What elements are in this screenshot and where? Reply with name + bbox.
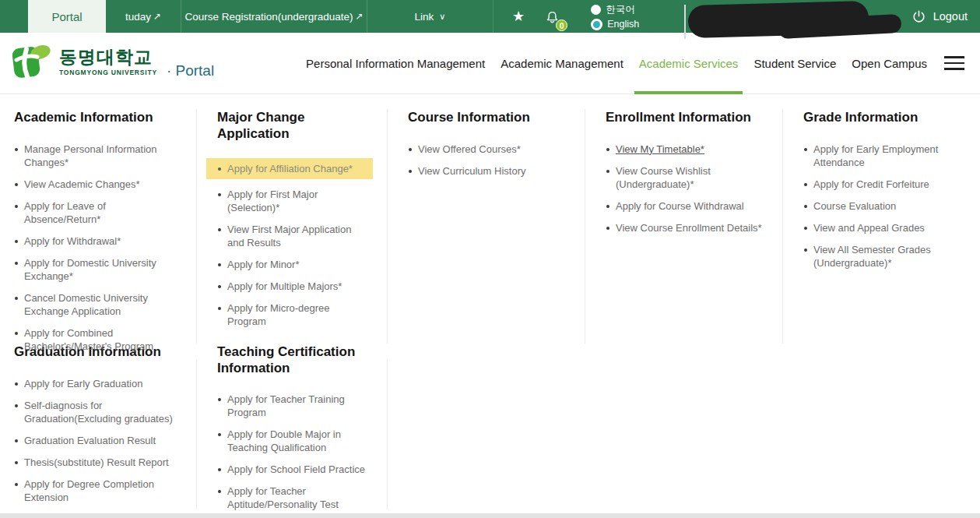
menu-section: Course InformationView Offered Courses*V… bbox=[387, 110, 585, 361]
menu-item[interactable]: View My Timetable* bbox=[606, 143, 765, 156]
radio-selected-icon bbox=[591, 19, 602, 30]
menu-item[interactable]: Cancel Domestic University Exchange Appl… bbox=[14, 291, 179, 318]
notifications-bell-icon[interactable]: 0 bbox=[545, 0, 560, 33]
menu-item[interactable]: Apply for Credit Forfeiture bbox=[803, 178, 963, 191]
menu-item-label: Apply for Early Graduation bbox=[24, 378, 142, 389]
menu-item[interactable]: Apply for Affiliation Change* bbox=[206, 158, 373, 179]
menu-item[interactable]: Thesis(substitute) Result Report bbox=[14, 456, 179, 469]
menu-item[interactable]: Apply for Early Employment Attendance bbox=[803, 143, 963, 169]
menu-item-label: Self-diagnosis for Graduation(Excluding … bbox=[24, 400, 173, 425]
menu-item[interactable]: Apply for Withdrawal* bbox=[14, 234, 179, 248]
menu-item[interactable]: Apply for Teacher Aptitude/Personality T… bbox=[217, 485, 370, 511]
menu-section: Enrollment InformationView My Timetable*… bbox=[585, 110, 782, 361]
language-switcher: 한국어 English bbox=[591, 0, 639, 33]
link-dropdown[interactable]: Link∨ bbox=[367, 0, 494, 33]
language-option-english[interactable]: English bbox=[591, 19, 639, 30]
page-bottom-strip bbox=[0, 513, 980, 518]
main-nav: Personal Information Management Academic… bbox=[298, 33, 980, 93]
menu-item-list: Manage Personal Information Changes*View… bbox=[14, 143, 179, 353]
menu-item[interactable]: Self-diagnosis for Graduation(Excluding … bbox=[14, 399, 179, 425]
menu-item-label: View Curriculum History bbox=[418, 165, 525, 177]
favorites-star-icon[interactable]: ★ bbox=[512, 0, 525, 33]
menu-item-label: Apply for Minor* bbox=[227, 259, 299, 270]
column-divider bbox=[387, 360, 388, 509]
menu-item[interactable]: Apply for Micro-degree Program bbox=[217, 301, 370, 328]
menu-item[interactable]: Apply for Degree Completion Extension bbox=[14, 477, 179, 504]
menu-item[interactable]: Graduation Evaluation Result bbox=[14, 434, 179, 447]
menu-section-heading: Academic Information bbox=[14, 110, 179, 126]
tuday-link[interactable]: tuday↗ bbox=[106, 0, 181, 33]
menu-section: Academic InformationManage Personal Info… bbox=[0, 110, 196, 361]
menu-item-label: Apply for Double Major in Teaching Quali… bbox=[227, 428, 341, 453]
menu-item[interactable]: View Course Enrollment Details* bbox=[606, 221, 765, 234]
menu-item-list: View My Timetable*View Course Wishlist (… bbox=[606, 143, 765, 234]
menu-item-label: Apply for Combined Bachelor's/Master's P… bbox=[24, 327, 153, 352]
menu-item-label: Apply for Multiple Majors* bbox=[227, 280, 342, 292]
column-divider bbox=[387, 109, 388, 344]
menu-item[interactable]: View First Major Application and Results bbox=[217, 223, 370, 249]
nav-open-campus[interactable]: Open Campus bbox=[844, 33, 935, 93]
course-registration-label: Course Registration(undergraduate) bbox=[184, 11, 353, 23]
menu-section-heading: Grade Information bbox=[803, 110, 963, 126]
menu-section: Major Change ApplicationApply for Affili… bbox=[196, 110, 387, 361]
hamburger-menu-icon[interactable] bbox=[944, 33, 964, 93]
menu-item-list: Apply for Affiliation Change*Apply for F… bbox=[217, 158, 370, 328]
portal-tab[interactable]: Portal bbox=[28, 0, 106, 33]
menu-item-list: View Offered Courses*View Curriculum His… bbox=[408, 143, 567, 178]
topbar-divider bbox=[684, 5, 686, 39]
menu-item-label: Apply for Teacher Aptitude/Personality T… bbox=[227, 485, 339, 510]
menu-item[interactable]: View All Semester Grades (Undergraduate)… bbox=[803, 243, 963, 270]
logo-korean-name: 동명대학교 bbox=[59, 48, 157, 66]
nav-academic-services[interactable]: Academic Services bbox=[631, 33, 746, 93]
menu-item-label: Manage Personal Information Changes* bbox=[24, 143, 157, 168]
menu-section: Graduation InformationApply for Early Gr… bbox=[0, 344, 196, 513]
course-registration-link[interactable]: Course Registration(undergraduate)↗ bbox=[181, 0, 367, 33]
menu-item[interactable]: Apply for School Field Practice bbox=[217, 463, 370, 476]
menu-item[interactable]: Apply for Course Withdrawal bbox=[606, 199, 765, 213]
menu-item[interactable]: Apply for Teacher Training Program bbox=[217, 393, 370, 419]
menu-item-label: View All Semester Grades (Undergraduate)… bbox=[813, 244, 931, 269]
menu-section-heading: Teaching Certification Information bbox=[217, 344, 370, 376]
university-logo[interactable]: 동명대학교 TONGMYONG UNIVERSITY · Portal bbox=[9, 42, 214, 83]
menu-item[interactable]: Apply for Minor* bbox=[217, 258, 370, 271]
portal-suffix: · Portal bbox=[167, 62, 214, 79]
menu-item-label: Thesis(substitute) Result Report bbox=[24, 456, 169, 468]
menu-item[interactable]: Apply for Early Graduation bbox=[14, 377, 179, 390]
chevron-down-icon: ∨ bbox=[439, 12, 445, 22]
logout-button[interactable]: Logout bbox=[912, 0, 968, 33]
academic-services-mega-menu: Academic InformationManage Personal Info… bbox=[0, 94, 980, 513]
language-english-label: English bbox=[607, 19, 639, 30]
menu-item[interactable]: Apply for Domestic University Exchange* bbox=[14, 256, 179, 283]
menu-item-label: Apply for Domestic University Exchange* bbox=[24, 257, 156, 282]
menu-item[interactable]: View Curriculum History bbox=[408, 164, 567, 178]
logout-label: Logout bbox=[933, 10, 968, 23]
menu-item[interactable]: View Academic Changes* bbox=[14, 178, 179, 191]
notification-count-badge: 0 bbox=[556, 19, 567, 31]
menu-item[interactable]: View Course Wishlist (Undergraduate)* bbox=[606, 164, 765, 191]
menu-item-label: View and Appeal Grades bbox=[813, 222, 925, 234]
menu-item-label: View Offered Courses* bbox=[418, 143, 521, 155]
menu-item[interactable]: Apply for Leave of Absence/Return* bbox=[14, 199, 179, 226]
menu-item[interactable]: Apply for Multiple Majors* bbox=[217, 280, 370, 293]
menu-section: Teaching Certification InformationApply … bbox=[196, 344, 387, 513]
menu-item-label: Cancel Domestic University Exchange Appl… bbox=[24, 292, 148, 317]
menu-item[interactable]: View and Appeal Grades bbox=[803, 221, 963, 234]
menu-item[interactable]: Apply for Double Major in Teaching Quali… bbox=[217, 428, 370, 454]
menu-item-label: Apply for First Major (Selection)* bbox=[227, 189, 318, 213]
column-divider bbox=[782, 109, 783, 344]
language-option-korean[interactable]: 한국어 bbox=[591, 3, 639, 16]
menu-item[interactable]: Course Evaluation bbox=[803, 199, 963, 213]
nav-academic-management[interactable]: Academic Management bbox=[493, 33, 631, 93]
menu-item[interactable]: View Offered Courses* bbox=[408, 143, 567, 156]
menu-section-heading: Course Information bbox=[408, 110, 567, 126]
menu-item[interactable]: Manage Personal Information Changes* bbox=[14, 143, 179, 169]
nav-personal-information-management[interactable]: Personal Information Management bbox=[298, 33, 493, 93]
menu-row-2: Graduation InformationApply for Early Gr… bbox=[0, 344, 980, 513]
menu-item[interactable]: Apply for First Major (Selection)* bbox=[217, 188, 370, 214]
language-korean-label: 한국어 bbox=[606, 3, 635, 16]
nav-student-service[interactable]: Student Service bbox=[746, 33, 844, 93]
menu-item-label: Apply for Affiliation Change* bbox=[227, 163, 353, 174]
menu-item-label: Apply for Early Employment Attendance bbox=[813, 143, 938, 168]
menu-item[interactable]: Apply for Combined Bachelor's/Master's P… bbox=[14, 326, 179, 353]
menu-item-label: View First Major Application and Results bbox=[227, 224, 351, 248]
